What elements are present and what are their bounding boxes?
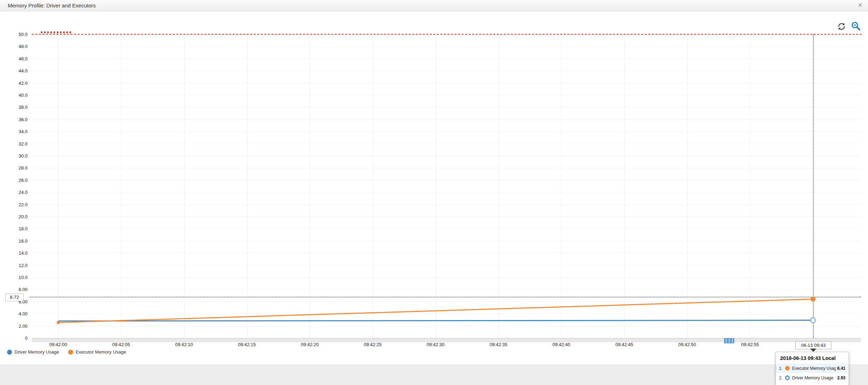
zoom-out-button[interactable] — [851, 21, 861, 32]
tooltip-header: 2018-06-13 09:43 Local — [776, 355, 849, 363]
legend-item-label: Driver Memory Usage — [14, 349, 59, 355]
executor-memory-usage-legend-marker-icon — [68, 350, 73, 355]
executor-memory-usage-start-marker — [57, 321, 60, 324]
tooltip-row-label: Driver Memory Usage — [792, 375, 836, 380]
refresh-icon — [837, 26, 846, 32]
driver-memory-usage-end-marker — [810, 318, 815, 323]
tooltip-row: 1.Executor Memory Usage6.41 — [776, 363, 849, 373]
executor-memory-usage-marker-icon — [785, 366, 790, 371]
driver-memory-usage-marker-icon — [785, 375, 790, 380]
legend-item-executor-memory-usage[interactable]: Executor Memory Usage — [68, 349, 126, 355]
driver-memory-usage-legend-marker-icon — [7, 350, 12, 355]
tooltip-row-value: 2.93 — [836, 375, 845, 380]
executor-memory-usage-end-marker — [810, 297, 815, 302]
range-scrollbar-thumb[interactable] — [724, 338, 734, 343]
crosshair-x-value-label: 06-13 09:43 — [795, 341, 831, 349]
modal-header: Memory Profile: Driver and Executors × — [0, 0, 868, 11]
crosshair-y-value-label: 6.72 — [5, 294, 24, 301]
tooltip-row: 2.Driver Memory Usage2.93 — [776, 373, 849, 383]
tooltip-row-index: 2. — [779, 375, 785, 380]
tooltip-caret-icon — [810, 349, 816, 352]
tooltip-row-index: 1. — [779, 366, 785, 371]
zoom-out-icon — [851, 26, 861, 32]
series-markers-layer — [0, 0, 868, 385]
tooltip-row-label: Executor Memory Usage — [792, 366, 836, 371]
close-icon[interactable]: × — [858, 1, 862, 9]
refresh-button[interactable] — [837, 22, 846, 32]
memory-profile-modal: Memory Profile: Driver and Executors × 5… — [0, 0, 868, 385]
chart-tooltip: 2018-06-13 09:43 Local 1.Executor Memory… — [776, 352, 849, 385]
chart-legend: Driver Memory UsageExecutor Memory Usage — [7, 349, 126, 355]
modal-footer — [0, 365, 868, 385]
tooltip-row-value: 6.41 — [836, 366, 845, 371]
legend-item-label: Executor Memory Usage — [76, 349, 126, 355]
legend-item-driver-memory-usage[interactable]: Driver Memory Usage — [7, 349, 59, 355]
page-title: Memory Profile: Driver and Executors — [8, 2, 96, 8]
